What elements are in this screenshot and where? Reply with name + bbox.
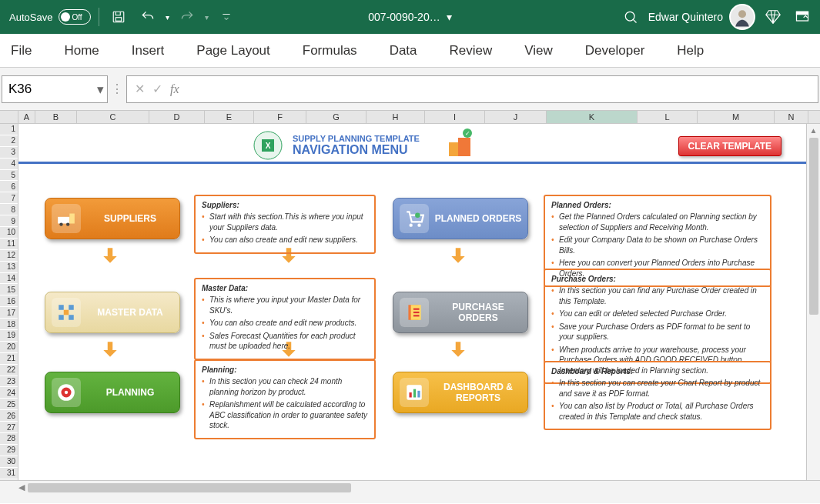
row-header-5[interactable]: 5 — [0, 170, 18, 182]
column-header-J[interactable]: J — [485, 111, 547, 123]
qat-customize-icon[interactable] — [215, 5, 238, 28]
tab-page-layout[interactable]: Page Layout — [190, 37, 276, 65]
column-header-M[interactable]: M — [698, 111, 775, 123]
column-header-E[interactable]: E — [205, 111, 254, 123]
row-header-4[interactable]: 4 — [0, 159, 18, 170]
row-header-26[interactable]: 26 — [0, 410, 18, 422]
formula-bar: K36 ▾ ⋮ ✕ ✓ fx — [0, 68, 820, 111]
row-header-15[interactable]: 15 — [0, 284, 18, 295]
avatar[interactable] — [729, 4, 755, 30]
row-header-3[interactable]: 3 — [0, 147, 18, 159]
vertical-scrollbar[interactable]: ▲ — [806, 124, 820, 480]
row-header-18[interactable]: 18 — [0, 319, 18, 330]
planned-orders-button[interactable]: PLANNED ORDERS — [393, 198, 528, 239]
column-header-H[interactable]: H — [366, 111, 425, 123]
row-header-28[interactable]: 28 — [0, 433, 18, 445]
suppliers-button[interactable]: SUPPLIERS — [45, 198, 180, 239]
row-header-17[interactable]: 17 — [0, 307, 18, 319]
scroll-left-icon[interactable]: ◀ — [18, 482, 25, 492]
row-header-20[interactable]: 20 — [0, 342, 18, 353]
row-header-30[interactable]: 30 — [0, 456, 18, 468]
fx-icon[interactable]: fx — [170, 82, 179, 96]
formula-input[interactable]: ✕ ✓ fx — [126, 75, 818, 103]
row-header-23[interactable]: 23 — [0, 376, 18, 388]
column-header-B[interactable]: B — [35, 111, 77, 123]
tab-developer[interactable]: Developer — [579, 37, 651, 65]
column-header-C[interactable]: C — [77, 111, 149, 123]
tab-view[interactable]: View — [518, 37, 559, 65]
namebox-dropdown-icon[interactable]: ▾ — [97, 81, 104, 97]
scroll-up-icon[interactable]: ▲ — [807, 124, 820, 136]
row-header-31[interactable]: 31 — [0, 468, 18, 479]
undo-button[interactable] — [136, 5, 159, 28]
tab-insert[interactable]: Insert — [126, 37, 171, 65]
tab-help[interactable]: Help — [671, 37, 710, 65]
diamond-icon[interactable] — [761, 5, 785, 28]
name-box[interactable]: K36 ▾ — [2, 75, 108, 103]
row-header-7[interactable]: 7 — [0, 192, 18, 204]
column-header-N[interactable]: N — [775, 111, 808, 123]
column-header-L[interactable]: L — [638, 111, 698, 123]
ribbon-display-icon[interactable] — [791, 5, 814, 28]
row-header-1[interactable]: 1 — [0, 124, 18, 135]
svg-rect-19 — [69, 214, 75, 224]
svg-rect-38 — [413, 389, 416, 398]
svg-rect-21 — [69, 305, 74, 310]
tab-data[interactable]: Data — [383, 37, 423, 65]
svg-point-6 — [738, 10, 746, 18]
row-header-10[interactable]: 10 — [0, 227, 18, 239]
search-icon[interactable] — [619, 5, 642, 28]
row-header-16[interactable]: 16 — [0, 295, 18, 307]
column-header-I[interactable]: I — [425, 111, 485, 123]
planning-button[interactable]: PLANNING — [45, 372, 180, 413]
info-planning: Planning: In this section you can check … — [194, 359, 376, 439]
worksheet-canvas[interactable]: X SUPPLY PLANNING TEMPLATE NAVIGATION ME… — [18, 124, 820, 480]
row-header-27[interactable]: 27 — [0, 422, 18, 433]
row-header-11[interactable]: 11 — [0, 239, 18, 250]
master-data-button[interactable]: MASTER DATA — [45, 292, 180, 333]
row-header-21[interactable]: 21 — [0, 353, 18, 365]
tab-review[interactable]: Review — [443, 37, 499, 65]
column-header-K[interactable]: K — [547, 111, 638, 123]
row-header-22[interactable]: 22 — [0, 365, 18, 376]
row-header-24[interactable]: 24 — [0, 387, 18, 399]
status-bar — [0, 494, 820, 503]
row-header-12[interactable]: 12 — [0, 250, 18, 262]
column-header-F[interactable]: F — [254, 111, 306, 123]
filename-area[interactable]: 007-0090-20… ▾ — [368, 11, 451, 23]
row-header-13[interactable]: 13 — [0, 262, 18, 273]
autosave-toggle[interactable]: Off — [59, 9, 91, 25]
clear-template-button[interactable]: CLEAR TEMPLATE — [678, 136, 782, 156]
row-header-8[interactable]: 8 — [0, 204, 18, 215]
column-header-A[interactable]: A — [18, 111, 35, 123]
row-header-2[interactable]: 2 — [0, 135, 18, 147]
chevron-down-icon[interactable]: ▾ — [447, 11, 452, 23]
arrow-down-icon — [448, 245, 468, 265]
redo-dropdown-icon[interactable]: ▾ — [205, 13, 209, 22]
select-all-corner[interactable] — [0, 111, 18, 123]
excel-logo-icon: X — [249, 130, 286, 161]
row-header-9[interactable]: 9 — [0, 215, 18, 227]
tab-home[interactable]: Home — [58, 37, 105, 65]
column-header-G[interactable]: G — [306, 111, 366, 123]
dashboard-reports-button[interactable]: DASHBOARD & REPORTS — [393, 372, 528, 413]
horizontal-scrollbar[interactable]: ◀ — [0, 480, 820, 494]
svg-rect-16 — [58, 217, 69, 224]
tab-file[interactable]: File — [5, 37, 38, 65]
split-grip-icon[interactable]: ⋮ — [114, 82, 120, 96]
row-header-14[interactable]: 14 — [0, 273, 18, 285]
tab-formulas[interactable]: Formulas — [296, 37, 363, 65]
purchase-orders-button[interactable]: PURCHASE ORDERS — [393, 292, 528, 333]
arrow-down-icon — [100, 245, 120, 265]
save-icon[interactable] — [107, 5, 130, 28]
cancel-icon: ✕ — [135, 82, 145, 96]
undo-dropdown-icon[interactable]: ▾ — [166, 13, 169, 22]
svg-point-28 — [410, 224, 413, 227]
row-header-29[interactable]: 29 — [0, 445, 18, 456]
info-master-data: Master Data: This is where you input you… — [194, 278, 376, 360]
row-header-25[interactable]: 25 — [0, 399, 18, 410]
row-header-6[interactable]: 6 — [0, 181, 18, 192]
row-header-19[interactable]: 19 — [0, 330, 18, 342]
redo-button[interactable] — [176, 5, 199, 28]
column-header-D[interactable]: D — [149, 111, 205, 123]
